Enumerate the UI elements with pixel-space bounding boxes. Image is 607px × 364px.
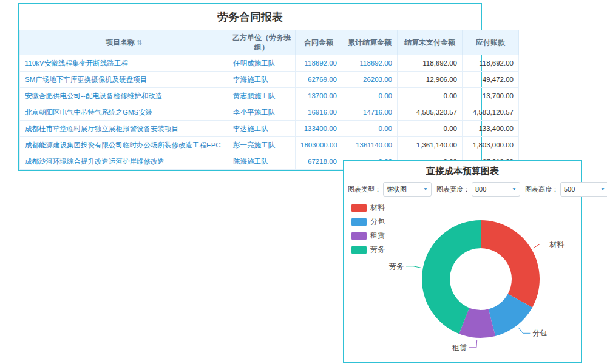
unpaid-amount-cell: 1,361,140.00 bbox=[398, 137, 463, 153]
chart-control-group: 图表宽度：800▼ bbox=[436, 182, 520, 197]
project-name-cell[interactable]: 110kV安徽线程集变开断线路工程 bbox=[20, 55, 228, 72]
column-header: 合同金额 bbox=[296, 30, 342, 55]
unit-cell: 任明成施工队 bbox=[228, 55, 296, 72]
pie-slice-label: 租赁 bbox=[452, 343, 467, 352]
contract-amount-cell: 16916.00 bbox=[296, 104, 342, 121]
payable-cell: 118,692.00 bbox=[463, 55, 519, 72]
pie-slice-label: 劳务 bbox=[389, 262, 404, 271]
unit-cell: 彭一亮施工队 bbox=[228, 137, 296, 153]
pie-label-line bbox=[534, 244, 547, 248]
pie-slice-label: 分包 bbox=[532, 329, 547, 337]
project-name-cell[interactable]: 北京朝阳区电气中芯特气系统之GMS安装 bbox=[20, 104, 228, 121]
control-select[interactable]: 500▼ bbox=[560, 182, 607, 197]
unit-cell: 陈海施工队 bbox=[228, 153, 296, 170]
legend-label: 租赁 bbox=[370, 231, 385, 241]
sort-icon[interactable]: ⇅ bbox=[137, 39, 142, 46]
unpaid-amount-cell: 0.00 bbox=[398, 121, 463, 137]
column-header-label: 结算未支付金额 bbox=[404, 38, 455, 47]
unit-cell: 李小平施工队 bbox=[228, 104, 296, 121]
select-value: 800 bbox=[475, 186, 486, 193]
table-row: SM广场地下车库更换摄像机及硬盘项目李海施工队62769.0026203.001… bbox=[20, 72, 519, 88]
settled-amount-cell: 14716.00 bbox=[342, 104, 398, 121]
legend-label: 分包 bbox=[370, 217, 385, 227]
chevron-down-icon: ▼ bbox=[423, 187, 428, 191]
table-row: 110kV安徽线程集变开断线路工程任明成施工队118692.00118692.0… bbox=[20, 55, 519, 72]
table-row: 北京朝阳区电气中芯特气系统之GMS安装李小平施工队16916.0014716.0… bbox=[20, 104, 519, 121]
legend-label: 劳务 bbox=[370, 244, 385, 255]
pie-label-line bbox=[406, 266, 421, 268]
payable-cell: 1,803,000.00 bbox=[463, 137, 519, 153]
column-header: 累计结算金额 bbox=[342, 30, 398, 55]
settled-amount-cell: 0.00 bbox=[342, 88, 398, 104]
project-name-cell[interactable]: 安徽合肥供电公司--配电设备检修维护和改造 bbox=[20, 88, 228, 104]
project-name-cell[interactable]: SM广场地下车库更换摄像机及硬盘项目 bbox=[20, 72, 228, 88]
pie-label-line bbox=[518, 328, 530, 334]
legend-swatch bbox=[351, 204, 367, 212]
contract-amount-cell: 1803000.00 bbox=[296, 137, 342, 153]
pie-slice-label: 材料 bbox=[549, 240, 564, 249]
chart-title: 直接成本预算图表 bbox=[344, 161, 581, 181]
direct-cost-chart-panel: 直接成本预算图表 图表类型：饼状图▼图表宽度：800▼图表高度：500▼ 材料分… bbox=[343, 160, 582, 363]
contract-amount-cell: 118692.00 bbox=[296, 55, 342, 72]
contract-amount-cell: 67218.00 bbox=[296, 153, 342, 170]
control-select[interactable]: 800▼ bbox=[472, 182, 520, 197]
legend-label: 材料 bbox=[370, 203, 385, 213]
payable-cell: 49,472.00 bbox=[463, 72, 519, 88]
column-header-label: 项目名称 bbox=[106, 38, 135, 47]
contract-amount-cell: 13700.00 bbox=[296, 88, 342, 104]
legend-swatch bbox=[351, 246, 367, 254]
payable-cell: 13,700.00 bbox=[463, 88, 519, 104]
settled-amount-cell: 0.00 bbox=[342, 121, 398, 137]
select-value: 饼状图 bbox=[387, 185, 407, 194]
project-name-cell[interactable]: 成都杜甫草堂临时展厅独立展柜报警设备安装项目 bbox=[20, 121, 228, 137]
column-header[interactable]: 项目名称⇅ bbox=[20, 30, 228, 55]
chart-controls: 图表类型：饼状图▼图表宽度：800▼图表高度：500▼ bbox=[344, 181, 581, 200]
settled-amount-cell: 1361140.00 bbox=[342, 137, 398, 153]
unpaid-amount-cell: 118,692.00 bbox=[398, 55, 463, 72]
unit-cell: 黄志鹏施工队 bbox=[228, 88, 296, 104]
settled-amount-cell: 26203.00 bbox=[342, 72, 398, 88]
legend-swatch bbox=[351, 232, 367, 240]
unpaid-amount-cell: 12,906.00 bbox=[398, 72, 463, 88]
column-header-label: 乙方单位（劳务班组） bbox=[232, 33, 291, 52]
chevron-down-icon: ▼ bbox=[512, 187, 517, 191]
chart-area: 材料分包租赁劳务 材料分包租赁劳务 bbox=[344, 200, 581, 362]
legend-item[interactable]: 劳务 bbox=[351, 244, 385, 255]
column-header: 结算未支付金额 bbox=[398, 30, 463, 55]
chevron-down-icon: ▼ bbox=[600, 187, 605, 191]
table-row: 成都杜甫草堂临时展厅独立展柜报警设备安装项目李达施工队133400.000.00… bbox=[20, 121, 519, 137]
contract-amount-cell: 133400.00 bbox=[296, 121, 342, 137]
column-header: 乙方单位（劳务班组） bbox=[228, 30, 296, 55]
control-label: 图表高度： bbox=[525, 185, 558, 194]
chart-legend: 材料分包租赁劳务 bbox=[351, 203, 385, 255]
table-header-row: 项目名称⇅乙方单位（劳务班组）合同金额累计结算金额结算未支付金额应付账款 bbox=[20, 30, 519, 55]
control-label: 图表宽度： bbox=[436, 185, 470, 194]
control-select[interactable]: 饼状图▼ bbox=[383, 182, 432, 197]
unit-cell: 李达施工队 bbox=[228, 121, 296, 137]
project-name-cell[interactable]: 成都沙河环境综合提升改造运河护岸维修改造 bbox=[20, 153, 228, 170]
report-table: 项目名称⇅乙方单位（劳务班组）合同金额累计结算金额结算未支付金额应付账款 110… bbox=[19, 30, 519, 170]
chart-control-group: 图表类型：饼状图▼ bbox=[348, 182, 432, 197]
unpaid-amount-cell: 0.00 bbox=[398, 88, 463, 104]
report-title: 劳务合同报表 bbox=[19, 4, 481, 30]
control-label: 图表类型： bbox=[348, 185, 381, 194]
column-header-label: 合同金额 bbox=[304, 38, 333, 47]
unpaid-amount-cell: -4,585,320.57 bbox=[398, 104, 463, 121]
payable-cell: 133,400.00 bbox=[463, 121, 519, 137]
legend-item[interactable]: 租赁 bbox=[351, 231, 385, 241]
legend-swatch bbox=[351, 218, 367, 226]
legend-item[interactable]: 分包 bbox=[351, 217, 385, 227]
contract-amount-cell: 62769.00 bbox=[296, 72, 342, 88]
table-row: 安徽合肥供电公司--配电设备检修维护和改造黄志鹏施工队13700.000.000… bbox=[20, 88, 519, 104]
project-name-cell[interactable]: 成都能源建设集团投资有限公司临时办公场所装修改造工程EPC bbox=[20, 137, 228, 153]
settled-amount-cell: 118692.00 bbox=[342, 55, 398, 72]
table-row: 成都能源建设集团投资有限公司临时办公场所装修改造工程EPC彭一亮施工队18030… bbox=[20, 137, 519, 153]
legend-item[interactable]: 材料 bbox=[351, 203, 385, 213]
select-value: 500 bbox=[564, 186, 575, 193]
chart-control-group: 图表高度：500▼ bbox=[525, 182, 607, 197]
unit-cell: 李海施工队 bbox=[228, 72, 296, 88]
column-header-label: 应付账款 bbox=[476, 38, 505, 47]
column-header-label: 累计结算金额 bbox=[348, 38, 392, 47]
pie-label-line bbox=[469, 340, 477, 348]
pie-slice-材料[interactable] bbox=[481, 220, 540, 308]
